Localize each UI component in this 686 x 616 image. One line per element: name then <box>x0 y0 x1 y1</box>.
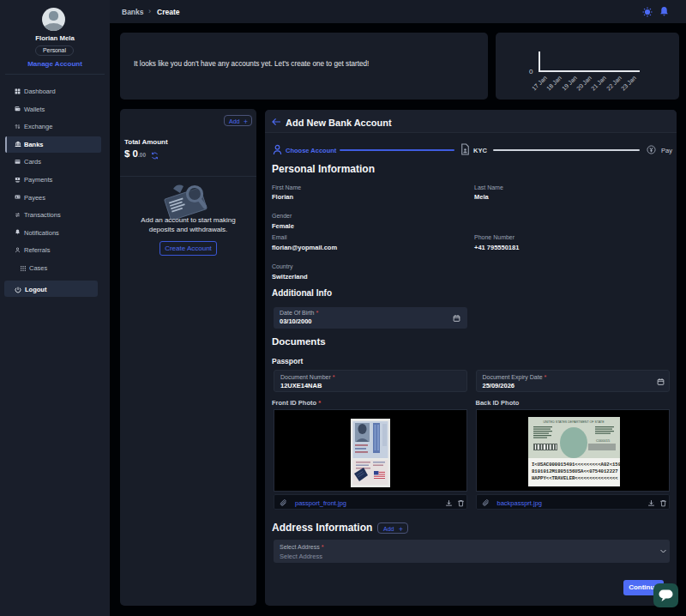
svg-text:8101012M1805156USA<<0754012227: 8101012M1805156USA<<0754012227 <box>532 468 618 474</box>
svg-text:UNITED STATES DEPARTMENT OF ST: UNITED STATES DEPARTMENT OF STATE <box>543 420 605 424</box>
svg-text:C000015: C000015 <box>596 438 611 443</box>
svg-text:I<USAC000015491<<<<<<<<<A02<15: I<USAC000015491<<<<<<<<<A02<159 <box>532 462 620 468</box>
svg-text:HAPPY<<TRAVELER<<<<<<<<<<<<<<<: HAPPY<<TRAVELER<<<<<<<<<<<<<<< <box>532 475 618 481</box>
